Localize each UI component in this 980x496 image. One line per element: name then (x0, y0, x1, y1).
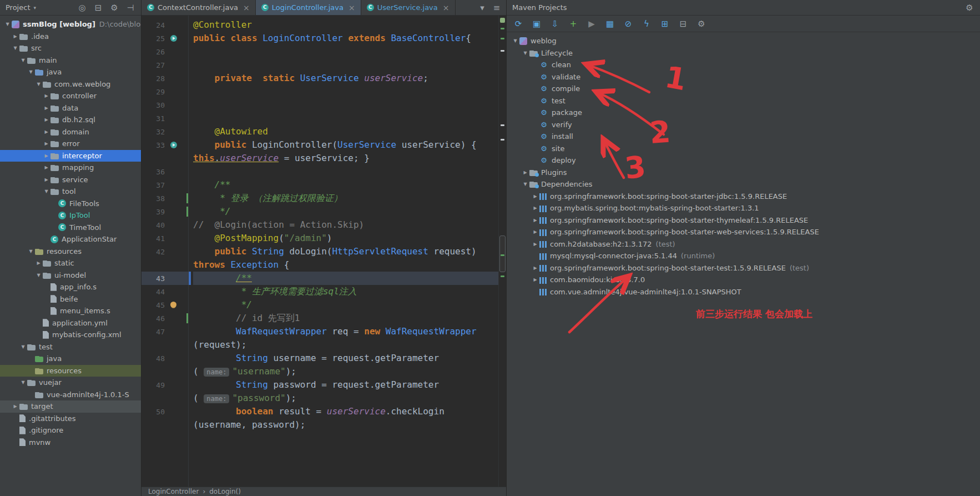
gutter-line[interactable]: 33 (142, 138, 188, 152)
hide-panel-icon[interactable]: ⊣ (125, 3, 135, 13)
skip-tests-mode-icon[interactable]: ϟ (641, 19, 651, 29)
code-line[interactable]: WafRequestWrapper req = new WafRequestWr… (193, 325, 498, 338)
project-item-mapping[interactable]: ▶mapping (0, 162, 141, 174)
chevron-down-icon[interactable]: ▼ (521, 182, 529, 187)
project-item-data[interactable]: ▶data (0, 102, 141, 114)
project-item-interceptor[interactable]: ▶interceptor (0, 150, 141, 162)
project-item-domain[interactable]: ▶domain (0, 126, 141, 138)
chevron-down-icon[interactable]: ▼ (511, 38, 519, 43)
chevron-down-icon[interactable]: ▼ (3, 22, 12, 27)
gutter-line[interactable] (142, 152, 188, 165)
project-item-idea[interactable]: ▶.idea (0, 31, 141, 43)
code-line[interactable]: public class LoginController extends Bas… (193, 32, 498, 45)
project-item-error[interactable]: ▶error (0, 138, 141, 150)
maven-item-clean[interactable]: ⚙clean (507, 59, 980, 71)
maven-item-weblog[interactable]: ▼weblog (507, 35, 980, 47)
code-line[interactable]: String username = request.getParameter (193, 352, 498, 365)
chevron-right-icon[interactable]: ▶ (42, 106, 50, 111)
intention-bulb-icon[interactable] (170, 302, 176, 308)
chevron-down-icon[interactable]: ▼ (42, 189, 50, 194)
code-line[interactable] (193, 112, 498, 125)
maven-item-com-vue-adminlte4j-vue-adminlte4j-1-0-1-snapshot[interactable]: com.vue.adminlte4j:vue-adminlte4j:1.0.1-… (507, 286, 980, 298)
spring-bean-icon[interactable] (170, 35, 177, 42)
maven-item-org-springframework-boot-spring-boot-starter-jdbc-1-5-9-release[interactable]: ▶org.springframework.boot:spring-boot-st… (507, 191, 980, 203)
editor-scrollbar[interactable] (498, 16, 506, 487)
project-item-src[interactable]: ▼src (0, 42, 141, 54)
gutter-line[interactable]: 49 (142, 378, 188, 392)
chevron-right-icon[interactable]: ▶ (531, 206, 539, 211)
gutter-line[interactable]: 24 (142, 18, 188, 32)
tab-contextcontroller-java[interactable]: CContextController.java× (142, 0, 256, 15)
project-item-target[interactable]: ▶target (0, 400, 141, 413)
breadcrumb-item[interactable]: LoginController (148, 488, 199, 495)
code-line[interactable]: @Autowired (193, 125, 498, 138)
show-tabs-list-icon[interactable]: ▾ (477, 3, 487, 13)
gutter-line[interactable]: 50 (142, 405, 188, 418)
maven-item-org-springframework-boot-spring-boot-starter-web-services-1-5-9-release[interactable]: ▶org.springframework.boot:spring-boot-st… (507, 226, 980, 238)
gutter-line[interactable] (142, 258, 188, 272)
toggle-offline-mode-icon[interactable]: ⊘ (623, 19, 633, 29)
chevron-right-icon[interactable]: ▶ (42, 117, 50, 122)
chevron-right-icon[interactable]: ▶ (34, 260, 43, 265)
maven-item-site[interactable]: ⚙site (507, 143, 980, 155)
project-item-vuejar[interactable]: ▼vuejar (0, 377, 141, 389)
chevron-right-icon[interactable]: ▶ (531, 265, 539, 270)
gutter-line[interactable]: 27 (142, 58, 188, 72)
gutter-line[interactable]: 38 (142, 192, 188, 205)
code-line[interactable]: @Controller (193, 18, 498, 32)
project-item-service[interactable]: ▶service (0, 174, 141, 186)
code-line[interactable]: private static UserService userService; (193, 72, 498, 85)
collapse-all-icon[interactable]: ⊟ (93, 3, 103, 13)
code-line[interactable]: String password = request.getParameter (193, 378, 498, 392)
project-item-gitignore[interactable]: .gitignore (0, 424, 141, 437)
generate-sources-icon[interactable]: ▣ (532, 19, 542, 29)
gutter-line[interactable] (142, 365, 188, 378)
chevron-down-icon[interactable]: ▼ (27, 249, 35, 254)
chevron-right-icon[interactable]: ▶ (521, 170, 529, 175)
code-line[interactable]: (request); (193, 338, 498, 352)
gutter-line[interactable]: 39 (142, 205, 188, 218)
code-line[interactable] (193, 85, 498, 98)
code-line[interactable]: */ (193, 205, 498, 218)
project-item-timetool[interactable]: CTimeTool (0, 222, 141, 234)
maven-item-verify[interactable]: ⚙verify (507, 119, 980, 131)
add-maven-project-icon[interactable]: + (568, 19, 578, 29)
chevron-down-icon[interactable]: ▼ (19, 380, 27, 385)
project-item-mvnw[interactable]: mvnw (0, 437, 141, 449)
code-line[interactable]: boolean result = userService.checkLogin (193, 405, 498, 418)
chevron-right-icon[interactable]: ▶ (42, 129, 50, 134)
chevron-right-icon[interactable]: ▶ (11, 404, 19, 409)
maven-item-dependencies[interactable]: ▼Dependencies (507, 178, 980, 191)
code-line[interactable]: * 生产环境需要过滤sql注入 (193, 285, 498, 298)
code-line[interactable]: (username, password); (193, 418, 498, 432)
gutter-line[interactable]: 47 (142, 325, 188, 338)
tab-userservice-java[interactable]: CUserService.java× (361, 0, 456, 15)
maven-item-mysql-mysql-connector-java-5-1-44[interactable]: mysql:mysql-connector-java:5.1.44(runtim… (507, 250, 980, 262)
maven-item-package[interactable]: ⚙package (507, 107, 980, 119)
maven-item-install[interactable]: ⚙install (507, 131, 980, 143)
project-item-db-h2-sql[interactable]: ▶db.h2.sql (0, 114, 141, 126)
chevron-down-icon[interactable]: ▼ (34, 273, 43, 278)
locate-file-icon[interactable]: ◎ (77, 3, 87, 13)
gutter-line[interactable]: 31 (142, 112, 188, 125)
code-line[interactable] (193, 45, 498, 58)
scrollbar-thumb[interactable] (499, 236, 506, 272)
chevron-right-icon[interactable]: ▶ (42, 177, 50, 182)
project-item-ssmblog-weblog[interactable]: ▼ssmBlog [weblog]D:\code\blog (0, 18, 141, 31)
maven-item-org-mybatis-spring-boot-mybatis-spring-boot-starter-1-3-1[interactable]: ▶org.mybatis.spring.boot:mybatis-spring-… (507, 202, 980, 214)
code-line[interactable] (193, 98, 498, 112)
maven-item-lifecycle[interactable]: ▼Lifecycle (507, 47, 980, 59)
spring-bean-icon[interactable] (170, 142, 177, 148)
maven-item-plugins[interactable]: ▶Plugins (507, 167, 980, 179)
close-icon[interactable]: × (243, 3, 250, 12)
close-icon[interactable]: × (443, 3, 449, 12)
project-item-app-info-s[interactable]: app_info.s (0, 281, 141, 293)
gutter-line[interactable]: 46 (142, 312, 188, 325)
gutter-line[interactable]: 43 (142, 272, 188, 285)
maven-item-compile[interactable]: ⚙compile (507, 83, 980, 95)
gutter-line[interactable]: 40 (142, 218, 188, 232)
reimport-all-maven-projects-icon[interactable]: ⟳ (513, 19, 523, 29)
code-line[interactable]: /** (193, 272, 498, 285)
chevron-down-icon[interactable]: ▼ (27, 69, 35, 74)
code-line[interactable]: throws Exception { (193, 258, 498, 272)
